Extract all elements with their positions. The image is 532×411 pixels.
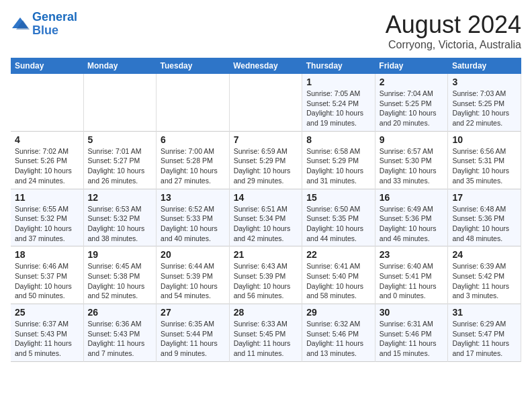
day-info: Sunrise: 6:35 AM Sunset: 5:44 PM Dayligh… — [161, 319, 225, 359]
day-number: 20 — [161, 249, 225, 260]
day-number: 6 — [161, 134, 225, 145]
day-info: Sunrise: 7:05 AM Sunset: 5:24 PM Dayligh… — [306, 89, 371, 128]
calendar-cell: 6Sunrise: 7:00 AM Sunset: 5:28 PM Daylig… — [157, 131, 230, 189]
calendar-cell: 17Sunrise: 6:48 AM Sunset: 5:36 PM Dayli… — [448, 189, 521, 246]
day-header: Wednesday — [229, 58, 302, 74]
day-number: 7 — [234, 134, 298, 145]
calendar-cell: 9Sunrise: 6:57 AM Sunset: 5:30 PM Daylig… — [375, 131, 448, 189]
calendar-week: 18Sunrise: 6:46 AM Sunset: 5:37 PM Dayli… — [11, 246, 521, 304]
day-info: Sunrise: 6:39 AM Sunset: 5:42 PM Dayligh… — [452, 261, 517, 301]
day-info: Sunrise: 6:51 AM Sunset: 5:34 PM Dayligh… — [234, 204, 298, 244]
day-info: Sunrise: 6:40 AM Sunset: 5:41 PM Dayligh… — [380, 261, 444, 301]
calendar-week: 4Sunrise: 7:02 AM Sunset: 5:26 PM Daylig… — [11, 131, 521, 189]
calendar-week: 1Sunrise: 7:05 AM Sunset: 5:24 PM Daylig… — [11, 74, 521, 131]
calendar-cell: 29Sunrise: 6:32 AM Sunset: 5:46 PM Dayli… — [302, 304, 375, 362]
day-header: Monday — [83, 58, 157, 74]
calendar-cell: 22Sunrise: 6:41 AM Sunset: 5:40 PM Dayli… — [302, 246, 375, 304]
day-number: 3 — [452, 77, 517, 87]
day-info: Sunrise: 7:01 AM Sunset: 5:27 PM Dayligh… — [88, 146, 152, 186]
day-info: Sunrise: 6:58 AM Sunset: 5:29 PM Dayligh… — [306, 146, 371, 186]
calendar-cell: 25Sunrise: 6:37 AM Sunset: 5:43 PM Dayli… — [11, 304, 83, 362]
day-info: Sunrise: 6:41 AM Sunset: 5:40 PM Dayligh… — [306, 261, 371, 301]
day-number: 26 — [88, 307, 152, 318]
day-number: 29 — [306, 307, 371, 318]
calendar-cell — [229, 74, 302, 131]
day-number: 27 — [161, 307, 225, 318]
day-info: Sunrise: 6:55 AM Sunset: 5:32 PM Dayligh… — [15, 204, 79, 244]
logo-text: General Blue — [32, 11, 77, 38]
calendar-week: 25Sunrise: 6:37 AM Sunset: 5:43 PM Dayli… — [11, 304, 521, 362]
calendar-cell: 19Sunrise: 6:45 AM Sunset: 5:38 PM Dayli… — [83, 246, 157, 304]
day-number: 24 — [452, 249, 517, 260]
day-number: 14 — [234, 192, 298, 203]
calendar-cell: 20Sunrise: 6:44 AM Sunset: 5:39 PM Dayli… — [157, 246, 230, 304]
calendar-cell — [83, 74, 157, 131]
calendar-cell: 16Sunrise: 6:49 AM Sunset: 5:36 PM Dayli… — [375, 189, 448, 246]
calendar-cell: 26Sunrise: 6:36 AM Sunset: 5:43 PM Dayli… — [83, 304, 157, 362]
calendar-cell: 21Sunrise: 6:43 AM Sunset: 5:39 PM Dayli… — [229, 246, 302, 304]
day-info: Sunrise: 6:48 AM Sunset: 5:36 PM Dayligh… — [452, 204, 517, 244]
calendar-cell: 1Sunrise: 7:05 AM Sunset: 5:24 PM Daylig… — [302, 74, 375, 131]
day-number: 16 — [380, 192, 444, 203]
day-number: 17 — [452, 192, 517, 203]
logo-line1: General — [32, 10, 77, 24]
calendar-cell: 11Sunrise: 6:55 AM Sunset: 5:32 PM Dayli… — [11, 189, 83, 246]
day-number: 2 — [380, 77, 444, 87]
title-block: August 2024 Corryong, Victoria, Australi… — [386, 11, 521, 51]
calendar-cell: 8Sunrise: 6:58 AM Sunset: 5:29 PM Daylig… — [302, 131, 375, 189]
day-info: Sunrise: 6:59 AM Sunset: 5:29 PM Dayligh… — [234, 146, 298, 186]
day-number: 13 — [161, 192, 225, 203]
day-header: Sunday — [11, 58, 83, 74]
day-info: Sunrise: 6:33 AM Sunset: 5:45 PM Dayligh… — [234, 319, 298, 359]
day-info: Sunrise: 6:50 AM Sunset: 5:35 PM Dayligh… — [306, 204, 371, 244]
calendar-cell: 10Sunrise: 6:56 AM Sunset: 5:31 PM Dayli… — [448, 131, 521, 189]
calendar-title: August 2024 — [386, 11, 521, 39]
day-header: Thursday — [302, 58, 375, 74]
day-number: 12 — [88, 192, 152, 203]
day-info: Sunrise: 7:02 AM Sunset: 5:26 PM Dayligh… — [15, 146, 79, 186]
day-number: 1 — [306, 77, 371, 87]
calendar-week: 11Sunrise: 6:55 AM Sunset: 5:32 PM Dayli… — [11, 189, 521, 246]
calendar-cell: 30Sunrise: 6:31 AM Sunset: 5:46 PM Dayli… — [375, 304, 448, 362]
calendar-subtitle: Corryong, Victoria, Australia — [386, 39, 521, 51]
calendar-cell: 14Sunrise: 6:51 AM Sunset: 5:34 PM Dayli… — [229, 189, 302, 246]
day-number: 22 — [306, 249, 371, 260]
day-number: 8 — [306, 134, 371, 145]
day-info: Sunrise: 6:52 AM Sunset: 5:33 PM Dayligh… — [161, 204, 225, 244]
calendar-cell: 15Sunrise: 6:50 AM Sunset: 5:35 PM Dayli… — [302, 189, 375, 246]
day-info: Sunrise: 6:37 AM Sunset: 5:43 PM Dayligh… — [15, 319, 79, 359]
day-number: 4 — [15, 134, 79, 145]
day-info: Sunrise: 6:57 AM Sunset: 5:30 PM Dayligh… — [380, 146, 444, 186]
calendar-table: SundayMondayTuesdayWednesdayThursdayFrid… — [11, 58, 521, 362]
calendar-cell: 28Sunrise: 6:33 AM Sunset: 5:45 PM Dayli… — [229, 304, 302, 362]
day-number: 23 — [380, 249, 444, 260]
day-info: Sunrise: 7:04 AM Sunset: 5:25 PM Dayligh… — [380, 89, 444, 128]
day-header: Friday — [375, 58, 448, 74]
day-info: Sunrise: 6:49 AM Sunset: 5:36 PM Dayligh… — [380, 204, 444, 244]
calendar-cell: 2Sunrise: 7:04 AM Sunset: 5:25 PM Daylig… — [375, 74, 448, 131]
day-info: Sunrise: 6:36 AM Sunset: 5:43 PM Dayligh… — [88, 319, 152, 359]
day-number: 19 — [88, 249, 152, 260]
day-number: 28 — [234, 307, 298, 318]
day-info: Sunrise: 6:29 AM Sunset: 5:47 PM Dayligh… — [452, 319, 517, 359]
logo-line2: Blue — [32, 24, 58, 37]
calendar-cell: 4Sunrise: 7:02 AM Sunset: 5:26 PM Daylig… — [11, 131, 83, 189]
day-number: 31 — [452, 307, 517, 318]
day-header: Saturday — [448, 58, 521, 74]
day-info: Sunrise: 7:03 AM Sunset: 5:25 PM Dayligh… — [452, 89, 517, 128]
day-number: 18 — [15, 249, 79, 260]
calendar-cell: 12Sunrise: 6:53 AM Sunset: 5:32 PM Dayli… — [83, 189, 157, 246]
day-info: Sunrise: 6:46 AM Sunset: 5:37 PM Dayligh… — [15, 261, 79, 301]
logo: General Blue — [11, 11, 77, 38]
day-number: 21 — [234, 249, 298, 260]
calendar-cell: 13Sunrise: 6:52 AM Sunset: 5:33 PM Dayli… — [157, 189, 230, 246]
logo-icon — [11, 15, 30, 34]
calendar-cell: 27Sunrise: 6:35 AM Sunset: 5:44 PM Dayli… — [157, 304, 230, 362]
day-info: Sunrise: 6:45 AM Sunset: 5:38 PM Dayligh… — [88, 261, 152, 301]
day-number: 11 — [15, 192, 79, 203]
calendar-cell — [157, 74, 230, 131]
day-headers: SundayMondayTuesdayWednesdayThursdayFrid… — [11, 58, 521, 74]
day-info: Sunrise: 6:56 AM Sunset: 5:31 PM Dayligh… — [452, 146, 517, 186]
calendar-cell: 18Sunrise: 6:46 AM Sunset: 5:37 PM Dayli… — [11, 246, 83, 304]
calendar-cell: 7Sunrise: 6:59 AM Sunset: 5:29 PM Daylig… — [229, 131, 302, 189]
